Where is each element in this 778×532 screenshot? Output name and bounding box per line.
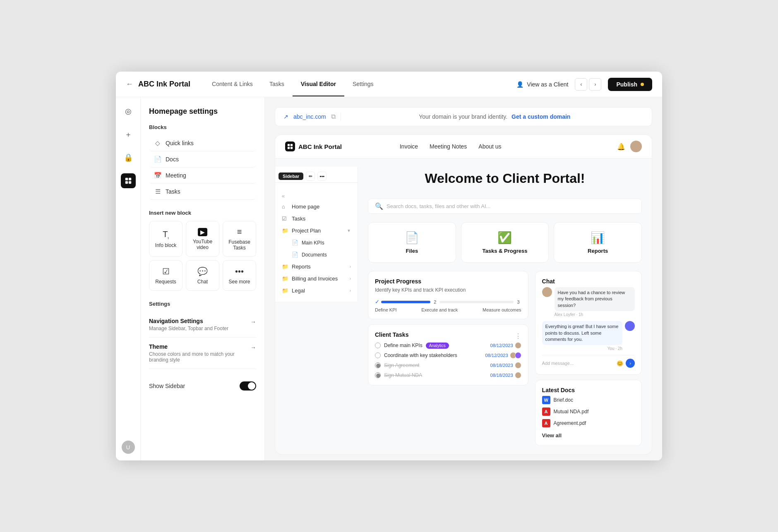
theme-desc: Choose colors and more to match your bra… <box>149 351 250 363</box>
publish-button[interactable]: Publish <box>608 78 652 91</box>
svg-rect-1 <box>128 178 131 180</box>
theme-settings-item[interactable]: Theme Choose colors and more to match yo… <box>149 338 256 369</box>
doc1-icon: W <box>542 396 550 404</box>
sidebar-nav-documents[interactable]: 📄 Documents <box>288 249 354 261</box>
insert-fusebase-label: Fusebase Tasks <box>226 239 252 251</box>
sidebar-more-icon[interactable]: ••• <box>317 172 327 181</box>
portal-search-bar[interactable]: 🔍 Search docs, tasks, files and other wi… <box>368 199 642 214</box>
back-button[interactable]: ← <box>126 80 133 89</box>
see-more-icon: ••• <box>235 267 244 276</box>
nav-forward-arrow[interactable]: › <box>589 78 601 91</box>
portal-body: Sidebar ✏ ••• « ⌂ Home page <box>275 158 652 454</box>
settings-section-title: Settings <box>149 301 256 307</box>
view-as-client-button[interactable]: 👤 View as a Client <box>516 81 568 88</box>
task3-checkbox[interactable] <box>375 362 381 368</box>
task-row-3: Sign Agreement 08/18/2023 <box>375 362 521 369</box>
insert-requests-block[interactable]: ☑ Requests <box>149 260 182 291</box>
portal-nav-invoice[interactable]: Invoice <box>400 143 418 150</box>
settings-title: Homepage settings <box>149 107 256 116</box>
tab-settings[interactable]: Settings <box>344 72 382 96</box>
chat-meta-1: Alex Loyfer · 1h <box>555 312 635 317</box>
nav-tabs: Content & Links Tasks Visual Editor Sett… <box>204 72 382 96</box>
sidebar-nav-project-plan[interactable]: 📁 Project Plan ▼ <box>279 225 354 237</box>
quick-link-tasks-progress[interactable]: ✅ Tasks & Progress <box>461 222 549 263</box>
doc3-name: Agreement.pdf <box>554 420 586 426</box>
show-sidebar-row: Show Sidebar <box>149 377 256 395</box>
copy-icon[interactable]: ⧉ <box>331 113 336 120</box>
reports-label: Reports <box>588 248 608 254</box>
task4-date: 08/18/2023 <box>490 373 513 378</box>
task2-checkbox[interactable] <box>375 352 381 358</box>
sidebar-collapse-icon[interactable]: « <box>279 191 354 201</box>
sidebar-home-label: Home page <box>292 204 319 210</box>
insert-info-block[interactable]: Tt Info block <box>149 221 182 257</box>
quick-link-reports[interactable]: 📊 Reports <box>554 222 642 263</box>
block-item-tasks[interactable]: ☰ Tasks <box>149 184 256 200</box>
sidebar-icon-lock[interactable]: 🔒 <box>121 150 136 165</box>
sidebar-nav-legal[interactable]: 📁 Legal › <box>279 285 354 297</box>
show-sidebar-toggle[interactable] <box>240 381 256 391</box>
requests-icon: ☑ <box>162 266 170 276</box>
step1-label: Define KPI <box>375 307 397 312</box>
insert-see-more-block[interactable]: ••• See more <box>223 260 256 291</box>
tab-tasks[interactable]: Tasks <box>261 72 293 96</box>
quick-link-files[interactable]: 📄 Files <box>368 222 456 263</box>
tasks-progress-icon: ✅ <box>497 231 512 244</box>
task-row-4: Sign Mutual NDA 08/18/2023 <box>375 372 521 379</box>
task1-checkbox[interactable] <box>375 343 381 348</box>
user-avatar[interactable]: U <box>122 441 135 454</box>
portal-nav-about[interactable]: About us <box>478 143 501 150</box>
theme-title: Theme <box>149 343 250 350</box>
reports-expand: › <box>350 264 351 269</box>
chat-emoji-icon[interactable]: 😊 <box>617 360 623 367</box>
sidebar-nav-reports[interactable]: 📁 Reports › <box>279 261 354 273</box>
sidebar-nav-tasks[interactable]: ☑ Tasks <box>279 213 354 225</box>
get-custom-domain-link[interactable]: Get a custom domain <box>511 113 570 120</box>
chat-send-button[interactable]: › <box>626 359 635 368</box>
sidebar-icon-portal[interactable] <box>121 173 136 188</box>
portal-header: ABC Ink Portal Invoice Meeting Notes Abo… <box>275 135 652 158</box>
youtube-icon: ▶ <box>198 228 207 236</box>
theme-arrow: → <box>250 344 256 351</box>
billing-label: Billing and Invoices <box>292 276 338 282</box>
task1-badge: Analytics <box>426 343 449 349</box>
main-area: ◎ ＋ 🔒 U Homepage settings Blocks ◇ Quick <box>116 97 662 460</box>
sidebar-project-plan-label: Project Plan <box>292 228 321 234</box>
insert-fusebase-block[interactable]: ≡ Fusebase Tasks <box>223 221 256 257</box>
search-placeholder: Search docs, tasks, files and other with… <box>387 203 490 209</box>
insert-chat-block[interactable]: 💬 Chat <box>186 260 219 291</box>
nav-back-arrow[interactable]: ‹ <box>575 78 587 91</box>
documents-label: Documents <box>302 252 327 258</box>
sidebar-nav-billing[interactable]: 📁 Billing and Invoices › <box>279 273 354 285</box>
sidebar-nav: « ⌂ Home page ☑ Tasks 📁 <box>275 191 358 297</box>
sidebar-nav-main-kpis[interactable]: 📄 Main KPIs <box>288 237 354 249</box>
chat-input[interactable]: Add message... <box>542 361 614 366</box>
chat-title: Chat <box>542 278 635 285</box>
sidebar-nav-home[interactable]: ⌂ Home page <box>279 201 354 213</box>
task4-checkbox[interactable] <box>375 372 381 378</box>
domain-separator <box>341 113 341 121</box>
tab-content-links[interactable]: Content & Links <box>204 72 261 96</box>
portal-nav-meeting[interactable]: Meeting Notes <box>430 143 467 150</box>
insert-youtube-block[interactable]: ▶ YouTube video <box>186 221 219 257</box>
sidebar-icon-target[interactable]: ◎ <box>121 104 136 119</box>
block-item-meeting[interactable]: 📅 Meeting <box>149 168 256 184</box>
block-item-quick-links[interactable]: ◇ Quick links <box>149 135 256 151</box>
tab-visual-editor[interactable]: Visual Editor <box>293 72 344 96</box>
app-title: ABC Ink Portal <box>138 80 190 89</box>
sidebar-icon-add[interactable]: ＋ <box>121 127 136 142</box>
domain-bar: ↗ abc_inc.com ⧉ Your domain is your bran… <box>275 107 652 126</box>
insert-chat-label: Chat <box>197 279 208 285</box>
domain-link[interactable]: abc_inc.com <box>293 113 326 120</box>
block-item-docs[interactable]: 📄 Docs <box>149 151 256 168</box>
navigation-settings-item[interactable]: Navigation Settings Manage Sidebar, Topb… <box>149 312 256 338</box>
step3-num: 3 <box>515 300 521 304</box>
doc2-icon: 📄 <box>292 252 298 258</box>
sidebar-popup: Sidebar ✏ ••• « ⌂ Home page <box>275 167 358 302</box>
block-item-label: Meeting <box>166 172 186 179</box>
client-tasks-menu[interactable]: ⋮ <box>515 332 521 340</box>
view-all-link[interactable]: View all <box>542 432 562 439</box>
svg-rect-4 <box>288 144 290 146</box>
nav-arrows: ‹ › <box>575 78 601 91</box>
sidebar-edit-icon[interactable]: ✏ <box>306 172 315 181</box>
